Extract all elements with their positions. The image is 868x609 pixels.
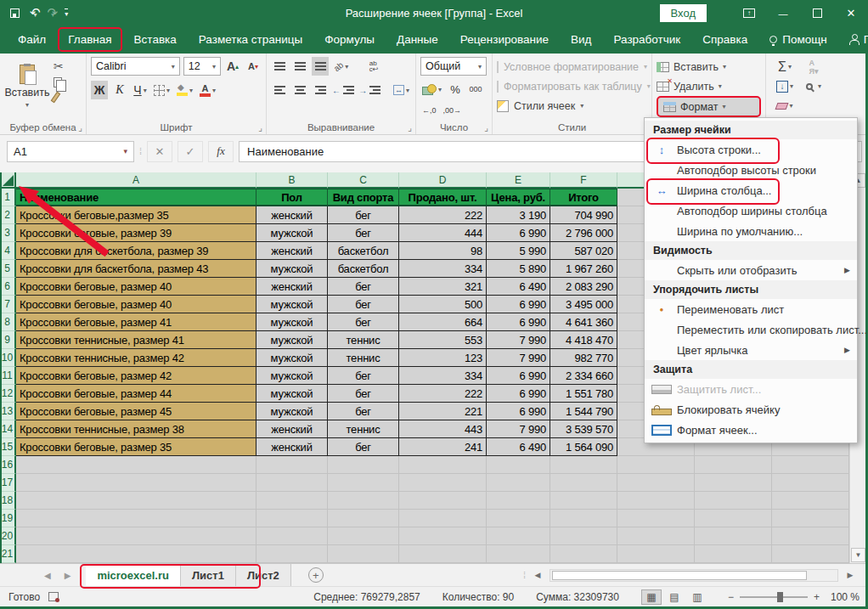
decrease-indent-button[interactable]: ← — [332, 81, 355, 99]
zoom-slider-thumb[interactable] — [777, 592, 783, 602]
cell-D18[interactable] — [399, 492, 487, 510]
align-right-button[interactable] — [312, 81, 329, 99]
sheet-tab-Лист2[interactable]: Лист2 — [236, 564, 291, 586]
bold-button[interactable]: Ж — [91, 81, 108, 99]
underline-button[interactable]: Ч▾ — [132, 81, 149, 99]
align-left-button[interactable] — [271, 81, 288, 99]
cell-E7[interactable]: 6 990 — [487, 296, 550, 313]
scroll-down-icon[interactable]: ▼ — [851, 548, 865, 562]
cell-F10[interactable]: 982 770 — [550, 349, 617, 367]
cell-D13[interactable]: 221 — [399, 403, 487, 420]
cell-B8[interactable]: мужской — [256, 313, 328, 331]
row-header-3[interactable]: 3 — [0, 224, 16, 242]
cell-C8[interactable]: бег — [328, 313, 399, 331]
save-icon[interactable] — [10, 8, 20, 18]
zoom-level[interactable]: 100 % — [826, 591, 860, 603]
ribbon-display-options-button[interactable]: ↑ — [732, 0, 766, 25]
font-color-button[interactable]: А▾ — [198, 81, 217, 99]
redo-button[interactable]: ▾ — [48, 5, 55, 20]
hscroll-track[interactable] — [550, 569, 838, 582]
shrink-font-button[interactable]: А▾ — [245, 57, 262, 76]
insert-cells-button[interactable]: Вставить▾ — [657, 57, 761, 76]
cell-F4[interactable]: 587 020 — [550, 242, 617, 260]
macro-record-icon[interactable] — [48, 592, 59, 601]
row-header-11[interactable]: 11 — [0, 367, 16, 385]
cell-E4[interactable]: 5 990 — [487, 242, 550, 260]
row-header-4[interactable]: 4 — [0, 242, 16, 260]
clipboard-dialog-launcher[interactable]: ⌟ — [78, 123, 82, 133]
cell-D21[interactable] — [399, 545, 487, 563]
cell-I18[interactable] — [772, 492, 849, 510]
cell-A21[interactable] — [16, 545, 256, 563]
confirm-entry-button[interactable]: ✓ — [178, 141, 203, 162]
cell-F14[interactable]: 3 539 570 — [550, 420, 617, 438]
ribbon-tab-Вид[interactable]: Вид — [560, 25, 602, 54]
cell-E1[interactable]: Цена, руб. — [487, 189, 550, 206]
cell-E3[interactable]: 6 990 — [487, 224, 550, 242]
col-header-E[interactable]: E — [487, 172, 550, 189]
col-header-A[interactable]: A — [16, 172, 256, 189]
ribbon-tab-Главная[interactable]: Главная — [57, 25, 122, 54]
sheet-tab-Лист1[interactable]: Лист1 — [181, 564, 236, 586]
cell-B7[interactable]: мужской — [256, 296, 328, 313]
cell-G19[interactable] — [617, 510, 695, 527]
fill-color-button[interactable]: ▾ — [175, 81, 194, 99]
cell-E12[interactable]: 6 990 — [487, 385, 550, 403]
cell-D1[interactable]: Продано, шт. — [399, 189, 487, 206]
col-header-F[interactable]: F — [550, 172, 617, 189]
cell-F19[interactable] — [550, 510, 617, 527]
row-header-1[interactable]: 1 — [0, 189, 16, 206]
cell-E9[interactable]: 7 990 — [487, 331, 550, 349]
new-sheet-button[interactable]: + — [308, 567, 324, 583]
sheet-tab-microexcel.ru[interactable]: microexcel.ru — [86, 564, 181, 586]
cell-F6[interactable]: 2 083 290 — [550, 278, 617, 296]
name-box[interactable]: A1▾ — [7, 141, 134, 162]
cell-B18[interactable] — [256, 492, 328, 510]
cell-F3[interactable]: 2 796 000 — [550, 224, 617, 242]
cell-G21[interactable] — [617, 545, 695, 563]
cell-B2[interactable]: женский — [256, 206, 328, 224]
cell-B20[interactable] — [256, 527, 328, 545]
col-header-D[interactable]: D — [399, 172, 487, 189]
menu-item-Скрыть или отобразить[interactable]: Скрыть или отобразить▶ — [645, 260, 857, 280]
cell-I20[interactable] — [772, 527, 849, 545]
cell-D4[interactable]: 98 — [399, 242, 487, 260]
cell-A15[interactable]: Кроссовки беговые, размер 35 — [16, 438, 256, 456]
decrease-decimal-button[interactable]: ,00→ — [442, 101, 464, 120]
borders-button[interactable]: ▾ — [152, 81, 172, 99]
cell-H18[interactable] — [695, 492, 772, 510]
font-size-combo[interactable]: 12▾ — [183, 57, 221, 76]
cell-F17[interactable] — [550, 474, 617, 492]
close-button[interactable] — [834, 0, 868, 25]
row-header-14[interactable]: 14 — [0, 420, 16, 438]
menu-item-Ширина столбца[interactable]: Ширина столбца... — [645, 180, 857, 200]
cell-B9[interactable]: мужской — [256, 331, 328, 349]
menu-item-Автоподбор высоты строки[interactable]: Автоподбор высоты строки — [645, 160, 857, 180]
cell-B16[interactable] — [256, 456, 328, 474]
row-header-7[interactable]: 7 — [0, 296, 16, 313]
ribbon-tab-Рецензирование[interactable]: Рецензирование — [449, 25, 560, 54]
cell-C13[interactable]: бег — [328, 403, 399, 420]
find-select-button[interactable]: ▾ — [799, 77, 828, 96]
cell-C5[interactable]: баскетбол — [328, 260, 399, 278]
cell-B12[interactable]: мужской — [256, 385, 328, 403]
row-header-17[interactable]: 17 — [0, 474, 16, 492]
cell-A6[interactable]: Кроссовки беговые, размер 40 — [16, 278, 256, 296]
cell-F9[interactable]: 4 418 470 — [550, 331, 617, 349]
cell-H20[interactable] — [695, 527, 772, 545]
cell-A17[interactable] — [16, 474, 256, 492]
row-header-20[interactable]: 20 — [0, 527, 16, 545]
customize-toolbar-icon[interactable]: ▾ — [65, 8, 68, 18]
cell-C10[interactable]: теннис — [328, 349, 399, 367]
cell-G17[interactable] — [617, 474, 695, 492]
cell-A4[interactable]: Кроссовки для баскетбола, размер 39 — [16, 242, 256, 260]
cell-B5[interactable]: мужской — [256, 260, 328, 278]
cell-F2[interactable]: 704 990 — [550, 206, 617, 224]
cell-A11[interactable]: Кроссовки беговые, размер 42 — [16, 367, 256, 385]
menu-item-Блокировать ячейку[interactable]: Блокировать ячейку — [645, 399, 857, 420]
cell-F13[interactable]: 1 544 790 — [550, 403, 617, 420]
percent-style-button[interactable]: % — [447, 80, 464, 99]
cell-A19[interactable] — [16, 510, 256, 527]
cell-C2[interactable]: бег — [328, 206, 399, 224]
row-header-12[interactable]: 12 — [0, 385, 16, 403]
